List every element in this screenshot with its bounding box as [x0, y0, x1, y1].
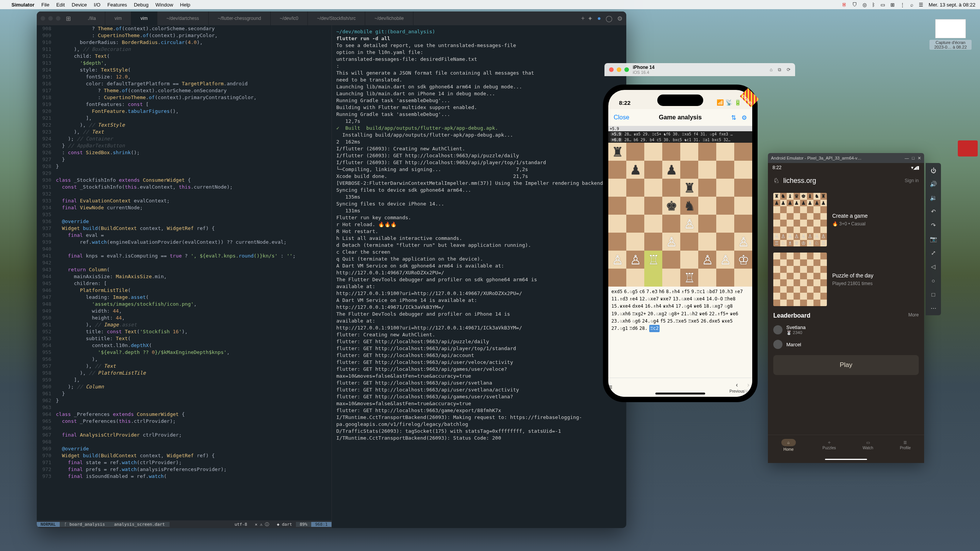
leaderboard-row[interactable]: Marcel	[773, 337, 919, 351]
next-button[interactable]: ›Next	[744, 381, 752, 393]
sync-icon[interactable]: ◎	[862, 2, 867, 8]
minimize-icon[interactable]	[48, 16, 53, 21]
create-game-row[interactable]: ♜♞♝♛♚♝♞♜♟♟♟♟♟♟♟♟♙♙♙♙♙♙♙♙♖♘♗♕♔♗♘♖ Create …	[773, 193, 919, 246]
screenshot-icon[interactable]: ⧉	[778, 67, 781, 72]
camera-icon[interactable]: 📷	[930, 236, 937, 243]
volume-down-icon[interactable]: 🔉	[930, 194, 937, 201]
search-icon[interactable]: ⌕	[910, 2, 913, 8]
flip-board-icon[interactable]: ⇅	[731, 114, 736, 121]
close-icon[interactable]	[41, 16, 45, 21]
editor-tab[interactable]: ~/dev/Stockfish/src	[308, 11, 365, 25]
wifi-icon[interactable]: ⋮	[900, 2, 905, 8]
maximize-icon[interactable]	[624, 67, 629, 72]
back-icon[interactable]: ◁	[930, 263, 937, 270]
app-name[interactable]: Simulator	[11, 2, 34, 8]
close-icon[interactable]	[609, 67, 614, 72]
filetype: ◆ dart	[273, 522, 296, 527]
menubar-datetime[interactable]: Mer. 13 sept. à 08:22	[929, 2, 975, 8]
dynamic-island	[657, 95, 703, 106]
editor-tab[interactable]: ~/flutter-chessground	[209, 11, 271, 25]
shield-icon[interactable]: ⛉	[852, 2, 857, 8]
terminal-pane[interactable]: ~/dev/mobile git:(board_analysis)flutter…	[332, 25, 627, 528]
simulator-toolbar[interactable]: iPhone 14 iOS 16.4 ⌂ ⧉ ⟳	[604, 63, 795, 76]
menu-button[interactable]: ≡	[608, 383, 612, 391]
control-center-icon[interactable]: ☰	[919, 2, 923, 8]
play-button[interactable]: Play	[773, 355, 919, 375]
nav-profile[interactable]: ☰Profile	[900, 440, 911, 450]
current-file: analysis_screen.dart	[109, 522, 169, 527]
page-title: Game analysis	[659, 114, 702, 121]
android-emulator-window: Android Emulator - Pixel_3a_API_33_arm64…	[768, 153, 924, 463]
menu-io[interactable]: I/O	[94, 2, 100, 8]
close-icon[interactable]: ✕	[918, 156, 921, 161]
menu-device[interactable]: Device	[72, 2, 87, 8]
chess-board[interactable]: ♜♟♟♜♚♞♙♙♙♙♙♖♙♙♔♖	[608, 143, 752, 287]
sparkle-icon[interactable]: ✦	[588, 15, 593, 22]
rotate-left-icon[interactable]: ↶	[930, 208, 937, 215]
code-editor-pane[interactable]: 908 ? Theme.of(context).colorScheme.seco…	[37, 25, 332, 528]
mini-board: ♜♞♝♛♚♝♞♜♟♟♟♟♟♟♟♟♙♙♙♙♙♙♙♙♖♘♗♕♔♗♘♖	[773, 193, 827, 246]
maximize-icon[interactable]: □	[912, 156, 915, 161]
file-thumbnail	[935, 19, 966, 38]
leaderboard-row[interactable]: Svetlana 🐰 2340	[773, 322, 919, 337]
zoom-icon[interactable]: ⤢	[930, 249, 937, 256]
emulator-titlebar[interactable]: Android Emulator - Pixel_3a_API_33_arm64…	[768, 153, 924, 163]
editor-tab[interactable]: vim	[105, 11, 131, 25]
circle-icon[interactable]: ◯	[606, 15, 612, 22]
editor-tab[interactable]: vim	[131, 11, 157, 25]
menu-help[interactable]: Help	[180, 2, 190, 8]
overview-icon[interactable]: □	[930, 291, 937, 298]
window-controls[interactable]	[41, 16, 60, 21]
puzzle-row[interactable]: Puzzle of the day Played 21801 times	[773, 253, 919, 306]
ios-time: 8:22	[619, 99, 630, 106]
more-link[interactable]: More	[908, 312, 919, 319]
grid-icon[interactable]: ⊞	[890, 2, 895, 8]
cursor-position: 968:1	[311, 522, 332, 527]
add-tab-icon[interactable]: +	[581, 15, 585, 22]
desktop-file[interactable]: Capture d'écran 2023-0… à 08.22	[929, 19, 972, 50]
maximize-icon[interactable]	[56, 16, 60, 21]
editor-tab[interactable]: ./lila	[78, 11, 105, 25]
rotate-right-icon[interactable]: ↷	[930, 222, 937, 229]
minimize-icon[interactable]	[617, 67, 621, 72]
previous-button[interactable]: ‹Previous	[730, 381, 745, 393]
home-icon[interactable]: ○	[930, 277, 937, 284]
rotate-icon[interactable]: ⟳	[787, 67, 791, 72]
dot-icon[interactable]: ●	[597, 15, 601, 22]
new-tab-icon[interactable]: ⊞	[66, 15, 71, 22]
editor-tab[interactable]: ~/dev/lc0	[271, 11, 308, 25]
home-indicator[interactable]	[655, 393, 705, 395]
menu-features[interactable]: Features	[107, 2, 127, 8]
gear-icon[interactable]: ⚙	[617, 15, 622, 22]
menu-debug[interactable]: Debug	[134, 2, 149, 8]
vim-statusbar: NORMAL ᚴ board_analysis analysis_screen.…	[37, 520, 332, 528]
editor-tab[interactable]: ~/dev/dartchess	[157, 11, 209, 25]
menu-file[interactable]: File	[41, 2, 49, 8]
nav-home[interactable]: ⌂Home	[781, 439, 796, 452]
create-game-label: Create a game	[832, 213, 868, 219]
battery-icon[interactable]: ▭	[880, 2, 885, 8]
parallels-icon[interactable]	[958, 140, 978, 156]
power-icon[interactable]: ⏻	[930, 167, 937, 174]
game-mode-badge: 🔥 3+0 • Casual	[832, 221, 868, 227]
sign-in-link[interactable]: Sign in	[905, 178, 919, 183]
lock-icon[interactable]: ⛨	[842, 2, 847, 8]
home-icon[interactable]: ⌂	[770, 67, 773, 72]
volume-up-icon[interactable]: 🔊	[930, 181, 937, 187]
minimize-icon[interactable]: —	[905, 156, 909, 161]
emulator-sidebar: ⏻ 🔊 🔉 ↶ ↷ 📷 ⤢ ◁ ○ □ ⋯	[926, 163, 941, 315]
nav-watch[interactable]: ▭Watch	[862, 440, 873, 450]
close-button[interactable]: Close	[614, 114, 629, 121]
settings-gear-icon[interactable]: ⚙	[742, 114, 747, 121]
menu-window[interactable]: Window	[155, 2, 173, 8]
menu-edit[interactable]: Edit	[56, 2, 65, 8]
gesture-bar[interactable]	[768, 455, 924, 463]
nav-puzzles[interactable]: ✧Puzzles	[823, 440, 836, 450]
more-icon[interactable]: ⋯	[930, 305, 937, 311]
bluetooth-icon[interactable]: ᛒ	[872, 2, 875, 8]
engine-lines: +5.928… ♛a5 29. ♖c5+ ♞f6 30. ♖xa5 f4 31.…	[608, 131, 752, 143]
terminal-editor-window: ⊞ ./lilavimvim~/dev/dartchess~/flutter-c…	[37, 11, 626, 528]
editor-titlebar[interactable]: ⊞ ./lilavimvim~/dev/dartchess~/flutter-c…	[37, 11, 626, 25]
move-list[interactable]: exd56.♘g5c67.e3h68.♗h4♗f59.♖c1♘bd710.h3♗…	[608, 287, 752, 378]
editor-tab[interactable]: ~/dev/lichobile	[365, 11, 413, 25]
